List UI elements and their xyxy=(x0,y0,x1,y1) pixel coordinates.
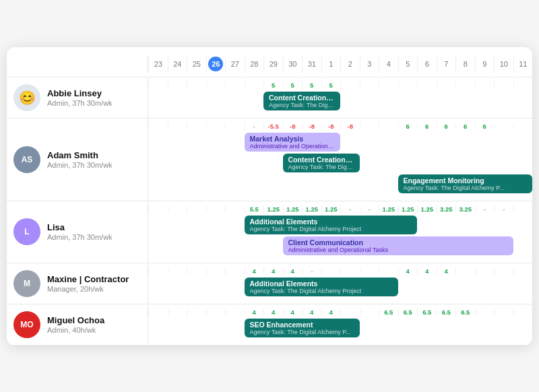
person-col-header xyxy=(7,55,148,73)
hour-cell-3-12 xyxy=(379,267,398,275)
hour-cell-3-6: 4 xyxy=(263,267,283,275)
date-cell-4: 4 xyxy=(379,55,398,73)
hour-cell-0-13 xyxy=(398,81,418,89)
hour-cell-1-3 xyxy=(206,123,226,130)
person-name-3: Maxine | Contractor xyxy=(47,274,129,284)
person-role-1: Admin, 37h 30m/wk xyxy=(47,161,113,169)
hour-cell-2-12: 1.25 xyxy=(379,205,398,213)
date-cell-9: 9 xyxy=(475,55,495,73)
hour-cell-1-12 xyxy=(379,123,398,130)
person-details-3: Maxine | ContractorManager, 20h/wk xyxy=(47,274,129,293)
hour-cell-0-4 xyxy=(225,81,245,89)
avatar-1: AS xyxy=(13,146,40,173)
hour-cell-2-8: 1.25 xyxy=(302,205,321,213)
task-bar-2-1[interactable]: Client CommunicationAdministrative and O… xyxy=(283,236,513,255)
hours-row-0: 5555 xyxy=(148,81,532,89)
person-details-0: Abbie LinseyAdmin, 37h 30m/wk xyxy=(47,88,113,107)
person-name-2: Lisa xyxy=(47,222,113,232)
timeline-3: 444-444Additional ElementsAgency Task: T… xyxy=(148,263,532,304)
bar-sub-4-0: Agency Task: The Digital Alchemy P... xyxy=(250,329,354,335)
hours-row-1: --5.5-8-8-8-866666 xyxy=(148,123,532,130)
bar-title-2-1: Client Communication xyxy=(288,238,508,247)
hour-cell-0-8: 5 xyxy=(302,81,321,89)
hour-cell-3-7: 4 xyxy=(283,267,303,275)
hour-cell-3-19 xyxy=(513,267,533,275)
person-details-1: Adam SmithAdmin, 37h 30m/wk xyxy=(47,150,113,169)
hour-cell-4-14: 6.5 xyxy=(417,308,437,316)
people-rows: 😊Abbie LinseyAdmin, 37h 30m/wk5555Conten… xyxy=(7,77,532,346)
hour-cell-1-16: 6 xyxy=(455,123,475,130)
hour-cell-2-9: 1.25 xyxy=(321,205,341,213)
hour-cell-4-15: 6.5 xyxy=(437,308,456,316)
hour-cell-0-19 xyxy=(513,81,533,89)
hour-cell-0-1 xyxy=(168,81,187,89)
hour-cell-0-18 xyxy=(494,81,513,89)
hour-cell-4-13: 6.5 xyxy=(398,308,418,316)
hour-cell-4-4 xyxy=(225,308,245,316)
hour-cell-2-17: - xyxy=(475,205,495,213)
hour-cell-4-10 xyxy=(340,308,360,316)
avatar-2: L xyxy=(13,218,40,245)
date-cell-6: 6 xyxy=(417,55,437,73)
date-cell-10: 10 xyxy=(494,55,513,73)
person-row-0: 😊Abbie LinseyAdmin, 37h 30m/wk5555Conten… xyxy=(7,77,532,119)
hour-cell-2-10: - xyxy=(340,205,360,213)
task-bar-1-2[interactable]: Engagement MonitoringAgency Task: The Di… xyxy=(398,174,533,193)
task-bar-1-0[interactable]: Market AnalysisAdministrative and Operat… xyxy=(245,133,341,152)
hour-cell-0-16 xyxy=(455,81,475,89)
hour-cell-2-15: 3.25 xyxy=(437,205,456,213)
task-bar-3-0[interactable]: Additional ElementsAgency Task: The Digi… xyxy=(245,277,398,296)
task-bar-1-1[interactable]: Content Creation & Ma...Agency Task: The… xyxy=(283,154,360,172)
hour-cell-0-6: 5 xyxy=(263,81,283,89)
hour-cell-4-3 xyxy=(206,308,226,316)
hour-cell-3-8: - xyxy=(302,267,321,275)
date-cell-3: 3 xyxy=(360,55,379,73)
date-cell-8: 8 xyxy=(455,55,475,73)
hour-cell-4-6: 4 xyxy=(263,308,283,316)
bar-title-1-0: Market Analysis xyxy=(250,135,336,143)
hour-cell-0-3 xyxy=(206,81,226,89)
hour-cell-3-2 xyxy=(187,267,206,275)
task-bar-4-0[interactable]: SEO EnhancementAgency Task: The Digital … xyxy=(245,319,360,337)
hour-cell-2-14: 1.25 xyxy=(417,205,437,213)
date-cell-2: 2 xyxy=(340,55,360,73)
person-row-1: ASAdam SmithAdmin, 37h 30m/wk--5.5-8-8-8… xyxy=(7,119,532,201)
date-cell-30: 30 xyxy=(283,55,303,73)
task-bar-2-0[interactable]: Additional ElementsAgency Task: The Digi… xyxy=(245,216,418,234)
hour-cell-0-15 xyxy=(437,81,456,89)
hour-cell-1-0 xyxy=(148,123,168,130)
bar-sub-2-1: Administrative and Operational Tasks xyxy=(288,247,508,253)
hour-cell-3-16 xyxy=(455,267,475,275)
hours-row-2: 5.51.251.251.251.25--1.251.251.253.253.2… xyxy=(148,205,532,213)
bar-sub-2-0: Agency Task: The Digital Alchemy Project xyxy=(250,226,412,232)
hour-cell-3-3 xyxy=(206,267,226,275)
date-cell-31: 31 xyxy=(302,55,321,73)
hour-cell-1-19 xyxy=(513,123,533,130)
person-role-4: Admin, 40h/wk xyxy=(47,326,104,334)
task-bar-0-0[interactable]: Content Creation & Ma...Agency Task: The… xyxy=(263,92,340,110)
hour-cell-3-15: 4 xyxy=(437,267,456,275)
hour-cell-1-4 xyxy=(225,123,245,130)
hour-cell-0-14 xyxy=(417,81,437,89)
hour-cell-3-4 xyxy=(225,267,245,275)
bar-title-1-2: Engagement Monitoring xyxy=(404,176,528,185)
hour-cell-2-7: 1.25 xyxy=(283,205,303,213)
person-role-3: Manager, 20h/wk xyxy=(47,285,129,293)
hour-cell-4-9: 4 xyxy=(321,308,341,316)
hour-cell-3-0 xyxy=(148,267,168,275)
dates-row: 2324252627282930311234567891011 xyxy=(148,55,532,73)
person-role-2: Admin, 37h 30m/wk xyxy=(47,233,113,241)
date-cell-1: 1 xyxy=(321,55,341,73)
hour-cell-2-3 xyxy=(206,205,226,213)
hour-cell-3-14: 4 xyxy=(417,267,437,275)
hour-cell-0-2 xyxy=(187,81,206,89)
person-info-3: MMaxine | ContractorManager, 20h/wk xyxy=(7,263,148,304)
hour-cell-2-4 xyxy=(225,205,245,213)
timeline-2: 5.51.251.251.251.25--1.251.251.253.253.2… xyxy=(148,201,532,263)
hour-cell-2-19 xyxy=(513,205,533,213)
hour-cell-2-0 xyxy=(148,205,168,213)
hour-cell-4-2 xyxy=(187,308,206,316)
date-cell-25: 25 xyxy=(187,55,206,73)
person-info-0: 😊Abbie LinseyAdmin, 37h 30m/wk xyxy=(7,77,148,118)
bar-title-1-1: Content Creation & Ma... xyxy=(288,156,354,164)
